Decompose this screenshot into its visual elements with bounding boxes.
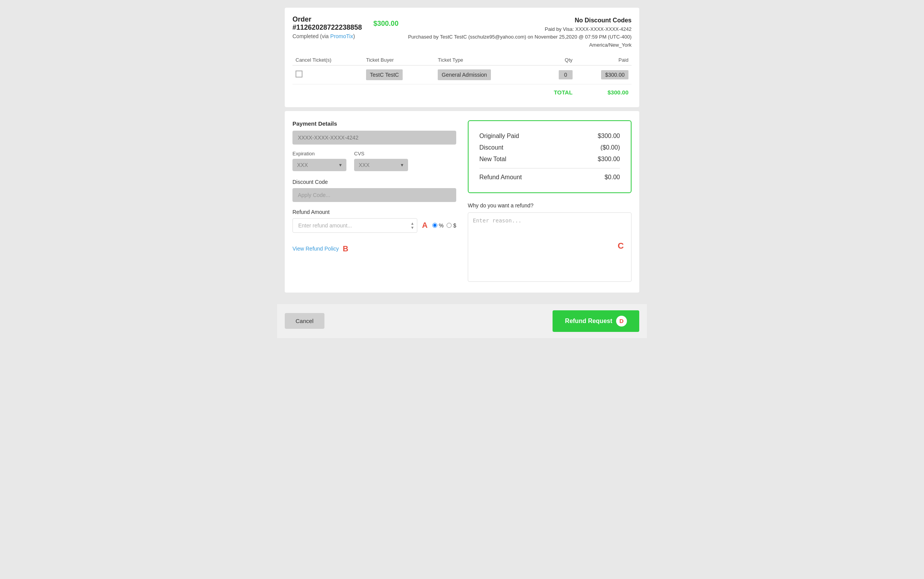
paid-value: $300.00 bbox=[601, 70, 628, 79]
col-type: Ticket Type bbox=[435, 55, 534, 66]
refund-amount-row: ▲ ▼ A % $ bbox=[292, 218, 456, 233]
ticket-table: Cancel Ticket(s) Ticket Buyer Ticket Typ… bbox=[292, 55, 632, 99]
expiration-select-wrapper: XXX bbox=[292, 159, 346, 171]
order-number-row: Order #11262028722238858 $300.00 bbox=[292, 15, 398, 32]
cancel-checkbox[interactable] bbox=[296, 71, 302, 77]
total-label: TOTAL bbox=[554, 89, 573, 96]
form-card: Payment Details Expiration XXX CVS XX bbox=[285, 111, 639, 293]
summary-refund: Refund Amount $0.00 bbox=[479, 172, 620, 183]
paid-cell: $300.00 bbox=[576, 65, 632, 84]
originally-paid-label: Originally Paid bbox=[479, 133, 519, 140]
reason-wrapper: C bbox=[468, 212, 632, 283]
order-info-right: No Discount Codes Paid by Visa: XXXX-XXX… bbox=[398, 15, 632, 49]
reason-textarea[interactable] bbox=[468, 212, 632, 282]
dollar-label: $ bbox=[453, 222, 456, 229]
view-refund-policy-link[interactable]: View Refund Policy bbox=[292, 246, 339, 252]
new-total-label: New Total bbox=[479, 156, 506, 163]
summary-divider bbox=[479, 168, 620, 168]
order-amount: $300.00 bbox=[373, 20, 398, 28]
promotix-link[interactable]: PromoTix bbox=[330, 33, 353, 39]
order-number-text: Order #11262028722238858 bbox=[292, 15, 367, 32]
order-info-left: Order #11262028722238858 $300.00 Complet… bbox=[292, 15, 398, 39]
total-label-cell: TOTAL bbox=[534, 84, 576, 99]
footer-bar: Cancel Refund Request D bbox=[277, 304, 647, 338]
buyer-name: TestC TestC bbox=[366, 69, 403, 80]
expiration-group: Expiration XXX bbox=[292, 151, 346, 171]
qty-cell: 0 bbox=[534, 65, 576, 84]
refund-policy-row: View Refund Policy B bbox=[292, 244, 456, 253]
discount-code-input[interactable] bbox=[292, 188, 456, 202]
new-total-value: $300.00 bbox=[598, 156, 620, 163]
summary-discount: Discount ($0.00) bbox=[479, 142, 620, 153]
summary-box: Originally Paid $300.00 Discount ($0.00)… bbox=[468, 120, 632, 193]
qty-value: 0 bbox=[559, 70, 573, 79]
why-refund-label: Why do you want a refund? bbox=[468, 202, 632, 209]
cvs-select[interactable]: XXX bbox=[354, 159, 408, 171]
cvs-select-wrapper: XXX bbox=[354, 159, 408, 171]
table-row: TestC TestC General Admission 0 $300.00 bbox=[292, 65, 632, 84]
cvs-group: CVS XXX bbox=[354, 151, 408, 171]
discount-label: No Discount Codes bbox=[398, 15, 632, 25]
total-value: $300.00 bbox=[608, 89, 628, 96]
cancel-checkbox-cell bbox=[292, 65, 363, 84]
buyer-cell: TestC TestC bbox=[363, 65, 435, 84]
discount-code-label: Discount Code bbox=[292, 179, 456, 185]
paid-by-text: Paid by Visa: XXXX-XXXX-XXXX-4242 bbox=[398, 25, 632, 34]
cancel-button[interactable]: Cancel bbox=[285, 313, 324, 329]
refund-letter-a: A bbox=[422, 221, 427, 230]
col-cancel: Cancel Ticket(s) bbox=[292, 55, 363, 66]
type-cell: General Admission bbox=[435, 65, 534, 84]
refund-request-button[interactable]: Refund Request D bbox=[553, 310, 639, 332]
d-letter-badge: D bbox=[616, 316, 627, 327]
purchased-by-text: Purchased by TestC TestC (sschulze95@yah… bbox=[398, 33, 632, 49]
summary-originally-paid: Originally Paid $300.00 bbox=[479, 130, 620, 142]
originally-paid-value: $300.00 bbox=[598, 133, 620, 140]
expiration-label: Expiration bbox=[292, 151, 346, 157]
card-number-field[interactable] bbox=[292, 131, 456, 145]
col-qty: Qty bbox=[534, 55, 576, 66]
refund-request-label: Refund Request bbox=[565, 318, 612, 325]
total-row: TOTAL $300.00 bbox=[292, 84, 632, 99]
payment-label: Payment Details bbox=[292, 120, 456, 127]
form-right: Originally Paid $300.00 Discount ($0.00)… bbox=[468, 120, 632, 283]
refund-summary-value: $0.00 bbox=[605, 174, 620, 181]
order-status: Completed (via PromoTix) bbox=[292, 33, 398, 39]
b-letter-badge: B bbox=[343, 244, 348, 253]
order-card: Order #11262028722238858 $300.00 Complet… bbox=[285, 8, 639, 107]
percent-label: % bbox=[439, 222, 444, 229]
form-left: Payment Details Expiration XXX CVS XX bbox=[292, 120, 456, 283]
dollar-radio-label[interactable]: $ bbox=[447, 222, 456, 229]
summary-new-total: New Total $300.00 bbox=[479, 153, 620, 165]
refund-summary-label: Refund Amount bbox=[479, 174, 522, 181]
total-value-cell: $300.00 bbox=[576, 84, 632, 99]
expiration-select[interactable]: XXX bbox=[292, 159, 346, 171]
col-buyer: Ticket Buyer bbox=[363, 55, 435, 66]
order-header: Order #11262028722238858 $300.00 Complet… bbox=[292, 15, 632, 49]
dollar-radio[interactable] bbox=[447, 223, 452, 228]
refund-amount-label: Refund Amount bbox=[292, 209, 456, 215]
discount-summary-value: ($0.00) bbox=[600, 144, 620, 151]
refund-input-wrapper: ▲ ▼ bbox=[292, 218, 417, 233]
cvs-label: CVS bbox=[354, 151, 408, 157]
expiry-cvs-row: Expiration XXX CVS XXX bbox=[292, 151, 456, 171]
discount-summary-label: Discount bbox=[479, 144, 503, 151]
refund-type-radio-group: % $ bbox=[432, 222, 456, 229]
refund-stepper[interactable]: ▲ ▼ bbox=[407, 218, 417, 233]
percent-radio-label[interactable]: % bbox=[432, 222, 444, 229]
refund-amount-input[interactable] bbox=[292, 218, 417, 233]
ticket-type: General Admission bbox=[438, 69, 491, 80]
percent-radio[interactable] bbox=[432, 223, 437, 228]
c-letter-badge: C bbox=[618, 241, 624, 251]
col-paid: Paid bbox=[576, 55, 632, 66]
